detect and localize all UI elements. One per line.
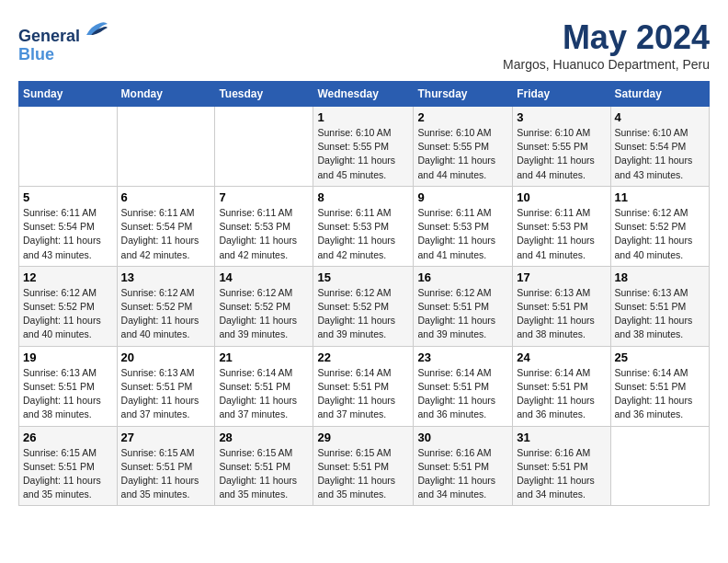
calendar-cell: 6Sunrise: 6:11 AM Sunset: 5:54 PM Daylig… [117,186,215,266]
calendar-cell: 18Sunrise: 6:13 AM Sunset: 5:51 PM Dayli… [610,266,709,346]
day-number: 18 [615,270,705,284]
day-info: Sunrise: 6:13 AM Sunset: 5:51 PM Dayligh… [615,286,705,342]
week-row-5: 26Sunrise: 6:15 AM Sunset: 5:51 PM Dayli… [19,426,710,506]
day-number: 10 [517,190,606,204]
day-number: 7 [219,190,309,204]
day-number: 29 [317,431,409,444]
day-info: Sunrise: 6:13 AM Sunset: 5:51 PM Dayligh… [121,366,211,422]
day-info: Sunrise: 6:10 AM Sunset: 5:55 PM Dayligh… [317,126,409,182]
calendar-cell: 15Sunrise: 6:12 AM Sunset: 5:52 PM Dayli… [313,266,414,346]
calendar-cell: 28Sunrise: 6:15 AM Sunset: 5:51 PM Dayli… [215,426,313,506]
day-info: Sunrise: 6:11 AM Sunset: 5:53 PM Dayligh… [219,206,309,262]
day-info: Sunrise: 6:10 AM Sunset: 5:54 PM Dayligh… [615,126,705,182]
day-number: 19 [23,350,113,364]
day-number: 25 [615,350,705,364]
week-row-4: 19Sunrise: 6:13 AM Sunset: 5:51 PM Dayli… [19,346,710,426]
calendar-cell [215,107,313,187]
week-row-1: 1Sunrise: 6:10 AM Sunset: 5:55 PM Daylig… [19,107,710,187]
day-info: Sunrise: 6:14 AM Sunset: 5:51 PM Dayligh… [517,366,606,422]
calendar-cell: 11Sunrise: 6:12 AM Sunset: 5:52 PM Dayli… [610,186,709,266]
location-subtitle: Margos, Huanuco Department, Peru [503,57,710,72]
calendar-cell: 4Sunrise: 6:10 AM Sunset: 5:54 PM Daylig… [610,107,709,187]
day-number: 31 [517,431,606,444]
day-info: Sunrise: 6:10 AM Sunset: 5:55 PM Dayligh… [517,126,606,182]
calendar-cell: 9Sunrise: 6:11 AM Sunset: 5:53 PM Daylig… [414,186,513,266]
day-number: 2 [417,110,508,124]
calendar-cell: 1Sunrise: 6:10 AM Sunset: 5:55 PM Daylig… [313,107,414,187]
day-number: 8 [317,190,409,204]
logo-blue: Blue [18,45,54,63]
day-number: 1 [317,110,409,124]
calendar-header-row: SundayMondayTuesdayWednesdayThursdayFrid… [19,82,710,107]
calendar-cell [610,426,709,506]
day-number: 22 [317,350,409,364]
header-tuesday: Tuesday [215,82,313,107]
calendar-cell: 31Sunrise: 6:16 AM Sunset: 5:51 PM Dayli… [513,426,610,506]
logo: General Blue [18,18,109,64]
header-sunday: Sunday [19,82,118,107]
day-info: Sunrise: 6:16 AM Sunset: 5:51 PM Dayligh… [517,446,606,502]
day-number: 4 [615,110,705,124]
calendar-cell: 7Sunrise: 6:11 AM Sunset: 5:53 PM Daylig… [215,186,313,266]
day-number: 3 [517,110,606,124]
day-info: Sunrise: 6:11 AM Sunset: 5:53 PM Dayligh… [417,206,508,262]
day-number: 17 [517,270,606,284]
day-number: 14 [219,270,309,284]
day-info: Sunrise: 6:11 AM Sunset: 5:53 PM Dayligh… [317,206,409,262]
day-info: Sunrise: 6:15 AM Sunset: 5:51 PM Dayligh… [317,446,409,502]
month-title: May 2024 [503,18,710,57]
day-number: 6 [121,190,211,204]
day-info: Sunrise: 6:14 AM Sunset: 5:51 PM Dayligh… [219,366,309,422]
day-number: 28 [219,431,309,444]
week-row-2: 5Sunrise: 6:11 AM Sunset: 5:54 PM Daylig… [19,186,710,266]
day-number: 11 [615,190,705,204]
day-info: Sunrise: 6:13 AM Sunset: 5:51 PM Dayligh… [23,366,113,422]
day-info: Sunrise: 6:14 AM Sunset: 5:51 PM Dayligh… [615,366,705,422]
header-wednesday: Wednesday [313,82,414,107]
day-info: Sunrise: 6:12 AM Sunset: 5:52 PM Dayligh… [317,286,409,342]
day-number: 13 [121,270,211,284]
calendar-cell: 30Sunrise: 6:16 AM Sunset: 5:51 PM Dayli… [414,426,513,506]
day-info: Sunrise: 6:11 AM Sunset: 5:53 PM Dayligh… [517,206,606,262]
calendar-cell: 24Sunrise: 6:14 AM Sunset: 5:51 PM Dayli… [513,346,610,426]
day-info: Sunrise: 6:10 AM Sunset: 5:55 PM Dayligh… [417,126,508,182]
calendar-cell: 5Sunrise: 6:11 AM Sunset: 5:54 PM Daylig… [19,186,118,266]
calendar-cell: 17Sunrise: 6:13 AM Sunset: 5:51 PM Dayli… [513,266,610,346]
header-monday: Monday [117,82,215,107]
day-number: 5 [23,190,113,204]
day-number: 20 [121,350,211,364]
day-number: 24 [517,350,606,364]
day-info: Sunrise: 6:15 AM Sunset: 5:51 PM Dayligh… [121,446,211,502]
calendar-cell: 12Sunrise: 6:12 AM Sunset: 5:52 PM Dayli… [19,266,118,346]
day-info: Sunrise: 6:12 AM Sunset: 5:52 PM Dayligh… [615,206,705,262]
calendar-cell: 20Sunrise: 6:13 AM Sunset: 5:51 PM Dayli… [117,346,215,426]
day-info: Sunrise: 6:14 AM Sunset: 5:51 PM Dayligh… [417,366,508,422]
page-header: General Blue May 2024 Margos, Huanuco De… [18,18,710,72]
calendar-cell: 19Sunrise: 6:13 AM Sunset: 5:51 PM Dayli… [19,346,118,426]
day-info: Sunrise: 6:14 AM Sunset: 5:51 PM Dayligh… [317,366,409,422]
calendar-cell: 10Sunrise: 6:11 AM Sunset: 5:53 PM Dayli… [513,186,610,266]
day-number: 26 [23,431,113,444]
day-number: 21 [219,350,309,364]
logo-text: General Blue [18,18,109,64]
calendar-cell: 8Sunrise: 6:11 AM Sunset: 5:53 PM Daylig… [313,186,414,266]
calendar-cell [19,107,118,187]
day-info: Sunrise: 6:15 AM Sunset: 5:51 PM Dayligh… [219,446,309,502]
calendar-cell: 23Sunrise: 6:14 AM Sunset: 5:51 PM Dayli… [414,346,513,426]
day-number: 23 [417,350,508,364]
day-number: 12 [23,270,113,284]
calendar-cell [117,107,215,187]
calendar-cell: 29Sunrise: 6:15 AM Sunset: 5:51 PM Dayli… [313,426,414,506]
calendar-cell: 22Sunrise: 6:14 AM Sunset: 5:51 PM Dayli… [313,346,414,426]
calendar-cell: 27Sunrise: 6:15 AM Sunset: 5:51 PM Dayli… [117,426,215,506]
day-info: Sunrise: 6:13 AM Sunset: 5:51 PM Dayligh… [517,286,606,342]
title-block: May 2024 Margos, Huanuco Department, Per… [503,18,710,72]
day-number: 15 [317,270,409,284]
calendar-cell: 3Sunrise: 6:10 AM Sunset: 5:55 PM Daylig… [513,107,610,187]
calendar-cell: 25Sunrise: 6:14 AM Sunset: 5:51 PM Dayli… [610,346,709,426]
logo-bird-icon [82,18,109,41]
calendar-cell: 2Sunrise: 6:10 AM Sunset: 5:55 PM Daylig… [414,107,513,187]
day-info: Sunrise: 6:12 AM Sunset: 5:51 PM Dayligh… [417,286,508,342]
day-info: Sunrise: 6:12 AM Sunset: 5:52 PM Dayligh… [121,286,211,342]
day-info: Sunrise: 6:15 AM Sunset: 5:51 PM Dayligh… [23,446,113,502]
